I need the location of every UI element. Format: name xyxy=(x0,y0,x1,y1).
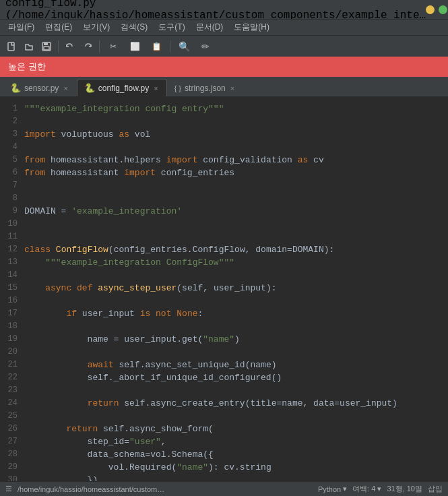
tab-config-flow[interactable]: 🐍 config_flow.py × xyxy=(77,79,167,96)
code-line-10: 10 xyxy=(0,218,448,230)
svg-rect-2 xyxy=(44,42,48,45)
search-button[interactable]: 🔍 xyxy=(174,39,193,54)
code-line-7: 7 xyxy=(0,179,448,192)
code-line-26: 26 return self.async_show_form( xyxy=(0,423,448,435)
open-file-button[interactable] xyxy=(22,39,36,54)
code-line-20: 20 xyxy=(0,346,448,359)
code-line-21: 21 await self.async_set_unique_id(name) xyxy=(0,359,448,371)
code-line-5: 5 from homeassistant.helpers import conf… xyxy=(0,154,448,166)
code-line-23: 23 xyxy=(0,384,448,397)
code-line-11: 11 xyxy=(0,230,448,243)
menu-search[interactable]: 검색(S) xyxy=(115,20,153,34)
status-panel-icon: ☰ xyxy=(5,485,12,493)
menu-file[interactable]: 파일(F) xyxy=(3,20,40,34)
code-line-17: 17 if user_input is not None: xyxy=(0,307,448,320)
code-line-18: 18 xyxy=(0,320,448,333)
encoding-dropdown-icon: ▾ xyxy=(377,485,381,493)
window-controls xyxy=(426,5,448,14)
tabs-bar: 🐍 sensor.py × 🐍 config_flow.py × { } str… xyxy=(0,77,448,97)
menu-docs[interactable]: 문서(D) xyxy=(191,20,229,34)
tab-label-sensor: sensor.py xyxy=(24,84,59,93)
code-line-22: 22 self._abort_if_unique_id_configured() xyxy=(0,371,448,384)
code-area[interactable]: 1 """example_integration config entry"""… xyxy=(0,97,448,481)
svg-rect-3 xyxy=(44,46,49,50)
paste-button[interactable]: 📋 xyxy=(147,39,166,54)
new-file-button[interactable] xyxy=(4,39,19,54)
code-line-15: 15 async def async_step_user(self, user_… xyxy=(0,282,448,294)
code-line-1: 1 """example_integration config entry""" xyxy=(0,102,448,115)
tab-close-config-flow[interactable]: × xyxy=(152,84,159,92)
highlight-button[interactable]: ✏ xyxy=(196,39,215,54)
tab-json-icon-strings: { } xyxy=(174,84,181,92)
code-line-19: 19 name = user_input.get("name") xyxy=(0,333,448,346)
toolbar-sep-2 xyxy=(99,40,100,53)
code-line-12: 12 class ConfigFlow(config_entries.Confi… xyxy=(0,243,448,256)
code-line-28: 28 data_schema=vol.Schema({ xyxy=(0,448,448,461)
code-line-29: 29 vol.Required("name"): cv.string xyxy=(0,461,448,474)
toolbar-sep-3 xyxy=(170,40,170,53)
menu-view[interactable]: 보기(V) xyxy=(77,20,115,34)
code-line-9: 9 DOMAIN = 'example_integration' xyxy=(0,205,448,218)
menu-edit[interactable]: 편집(E) xyxy=(40,20,77,34)
menu-help[interactable]: 도움말(H) xyxy=(228,20,275,34)
tab-label-config-flow: config_flow.py xyxy=(98,84,149,93)
status-position: 31행, 10열 xyxy=(387,484,422,494)
undo-button[interactable] xyxy=(63,39,77,54)
menu-tools[interactable]: 도구(T) xyxy=(153,20,190,34)
code-line-14: 14 xyxy=(0,269,448,282)
code-line-25: 25 xyxy=(0,410,448,423)
toolbar: ✂ ⬜ 📋 🔍 ✏ xyxy=(0,35,448,57)
status-encoding[interactable]: 여백: 4 ▾ xyxy=(352,484,381,494)
copy-button[interactable]: ⬜ xyxy=(125,39,144,54)
code-line-27: 27 step_id="user", xyxy=(0,435,448,448)
menu-bar: 파일(F) 편집(E) 보기(V) 검색(S) 도구(T) 문서(D) 도움말(… xyxy=(0,19,448,35)
maximize-button[interactable] xyxy=(439,5,447,14)
status-language[interactable]: Python ▾ xyxy=(318,485,347,493)
tab-close-sensor[interactable]: × xyxy=(62,84,69,92)
language-dropdown-icon: ▾ xyxy=(343,485,347,493)
code-line-6: 6 from homeassistant import config_entri… xyxy=(0,166,448,179)
code-line-13: 13 """example_integration ConfigFlow""" xyxy=(0,256,448,269)
code-line-8: 8 xyxy=(0,192,448,205)
alert-text: 높은 권한 xyxy=(8,61,46,71)
cut-button[interactable]: ✂ xyxy=(104,39,123,54)
tab-py-icon-sensor: 🐍 xyxy=(10,83,21,93)
tab-sensor[interactable]: 🐍 sensor.py × xyxy=(3,79,77,96)
title-bar: config_flow.py (/home/inguk/hassio/homea… xyxy=(0,0,448,19)
tab-label-strings: strings.json xyxy=(185,84,226,93)
tab-py-icon-config-flow: 🐍 xyxy=(84,83,95,93)
code-line-4: 4 xyxy=(0,141,448,154)
code-line-2: 2 xyxy=(0,115,448,128)
minimize-button[interactable] xyxy=(426,5,435,14)
tab-strings[interactable]: { } strings.json × xyxy=(167,79,244,96)
alert-bar: 높은 권한 xyxy=(0,57,448,77)
code-line-24: 24 return self.async_create_entry(title=… xyxy=(0,397,448,410)
insert-mode-button[interactable]: 삽입 xyxy=(428,484,443,494)
toolbar-sep-1 xyxy=(58,40,59,53)
code-line-3: 3 import voluptuous as vol xyxy=(0,128,448,141)
status-path: /home/inguk/hassio/homeassistant/custom… xyxy=(18,485,313,493)
tab-close-strings[interactable]: × xyxy=(229,84,236,92)
status-bar: ☰ /home/inguk/hassio/homeassistant/custo… xyxy=(0,481,448,496)
redo-button[interactable] xyxy=(80,39,95,54)
save-button[interactable] xyxy=(39,39,54,54)
code-line-30: 30 }) xyxy=(0,474,448,481)
code-line-16: 16 xyxy=(0,294,448,307)
